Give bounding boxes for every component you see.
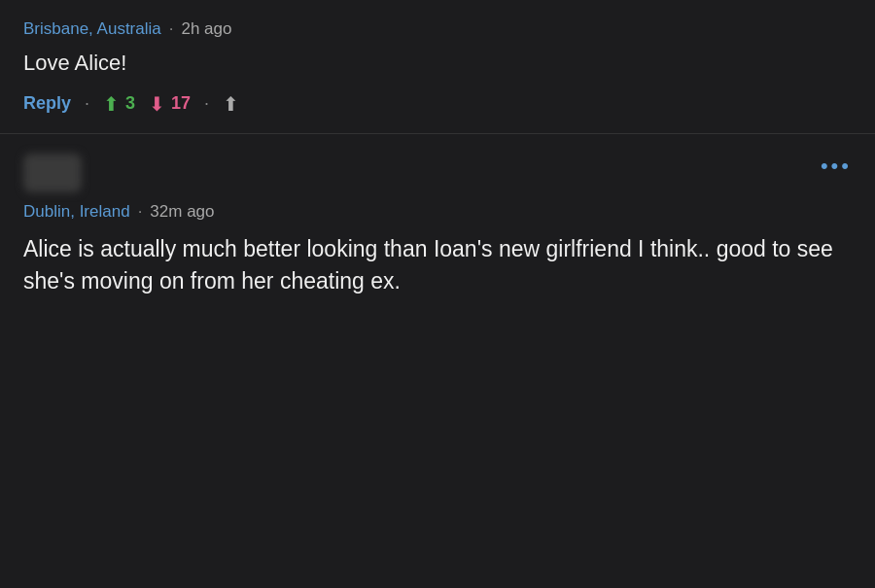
comment-section: Brisbane, Australia · 2h ago Love Alice!…: [0, 0, 875, 588]
upvote-icon[interactable]: ⬆: [103, 92, 120, 116]
downvote-count: 17: [171, 93, 191, 114]
comment-2-dot: ·: [138, 202, 143, 222]
downvote-icon[interactable]: ⬇: [149, 92, 165, 116]
comment-2: ••• Dublin, Ireland · 32m ago Alice is a…: [0, 134, 875, 588]
comment-2-location: Dublin, Ireland: [23, 202, 130, 222]
comment-1-meta: Brisbane, Australia · 2h ago: [23, 19, 852, 39]
comment-2-meta: Dublin, Ireland · 32m ago: [23, 202, 852, 222]
share-icon[interactable]: ⬆: [223, 92, 239, 116]
downvote-group: ⬇ 17: [149, 92, 191, 116]
avatar: [23, 154, 82, 192]
comment-1-location: Brisbane, Australia: [23, 19, 161, 39]
more-options-button[interactable]: •••: [821, 154, 852, 179]
comment-2-text: Alice is actually much better looking th…: [23, 233, 852, 298]
comment-1-text: Love Alice!: [23, 49, 852, 79]
action-separator-1: ·: [85, 93, 89, 114]
upvote-group: ⬆ 3: [103, 92, 135, 116]
upvote-count: 3: [125, 93, 135, 114]
comment-1-actions: Reply · ⬆ 3 ⬇ 17 · ⬆: [23, 92, 852, 116]
comment-1-time: 2h ago: [181, 19, 231, 39]
action-separator-2: ·: [204, 93, 209, 114]
comment-2-time: 32m ago: [150, 202, 214, 222]
comment-1: Brisbane, Australia · 2h ago Love Alice!…: [0, 0, 875, 134]
comment-1-dot: ·: [169, 19, 174, 39]
reply-button[interactable]: Reply: [23, 93, 71, 114]
